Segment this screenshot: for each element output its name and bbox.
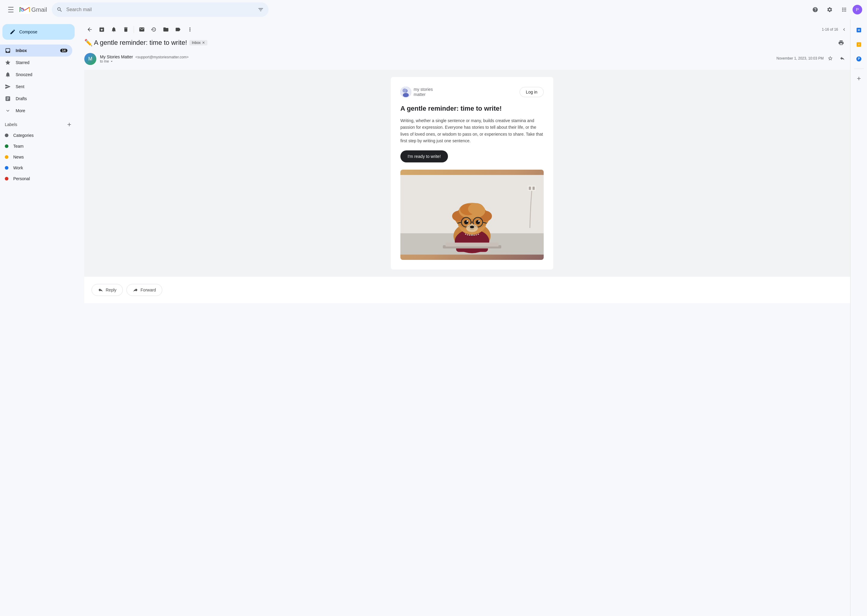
to-me-line[interactable]: to me xyxy=(100,59,189,63)
sidebar-item-snoozed[interactable]: Snoozed xyxy=(0,69,72,81)
move-button[interactable] xyxy=(161,24,171,35)
back-button[interactable] xyxy=(84,24,95,35)
sender-email: <support@mystoriesmatter.com> xyxy=(136,55,189,59)
star-email-button[interactable] xyxy=(825,53,836,64)
reply-label: Reply xyxy=(106,288,117,292)
categories-label: Categories xyxy=(13,133,34,138)
more-label: More xyxy=(16,108,68,113)
svg-point-34 xyxy=(478,220,479,222)
gmail-logo: G Gmail xyxy=(19,5,47,14)
email-body-text: Writing, whether a single sentence or ma… xyxy=(400,117,544,145)
settings-button[interactable] xyxy=(824,4,836,16)
sidebar: Compose Inbox 14 Starred Snoozed Sent Dr… xyxy=(0,19,77,616)
reply-email-button[interactable] xyxy=(837,53,848,64)
svg-rect-0 xyxy=(8,7,14,8)
personal-dot xyxy=(5,177,8,181)
login-button[interactable]: Log in xyxy=(520,87,544,97)
svg-rect-13 xyxy=(533,187,534,190)
cta-button[interactable]: I'm ready to write! xyxy=(400,150,448,162)
search-bar[interactable] xyxy=(52,2,268,17)
sender-avatar: M xyxy=(84,53,96,65)
dog-image xyxy=(400,170,544,260)
drafts-icon xyxy=(5,96,11,102)
forward-button[interactable]: Forward xyxy=(126,284,162,296)
search-input[interactable] xyxy=(66,7,254,13)
svg-text:P: P xyxy=(858,57,860,60)
sidebar-item-starred[interactable]: Starred xyxy=(0,57,72,69)
brand-logo: my stories matter xyxy=(400,86,433,97)
reply-button[interactable]: Reply xyxy=(91,284,123,296)
sender-name-line: My Stories Matter <support@mystoriesmatt… xyxy=(100,55,189,59)
sender-info: M My Stories Matter <support@mystoriesma… xyxy=(84,53,189,65)
snooze2-button[interactable] xyxy=(148,24,159,35)
add-label-icon[interactable] xyxy=(66,121,72,127)
contacts-panel-button[interactable]: P xyxy=(853,53,865,65)
sidebar-item-sent[interactable]: Sent xyxy=(0,81,72,93)
to-me-text: to me xyxy=(100,59,109,63)
delete-button[interactable] xyxy=(120,24,131,35)
svg-point-25 xyxy=(468,203,484,215)
svg-point-7 xyxy=(402,88,407,93)
drafts-label: Drafts xyxy=(16,96,68,101)
svg-text:G: G xyxy=(20,7,24,13)
print-button[interactable] xyxy=(836,37,847,48)
label-item-work[interactable]: Work xyxy=(0,162,72,173)
archive-button[interactable] xyxy=(96,24,107,35)
news-label: News xyxy=(13,155,24,159)
email-date-actions: November 1, 2023, 10:03 PM xyxy=(776,53,860,64)
snooze-button[interactable] xyxy=(109,24,119,35)
email-card: my stories matter Log in A gentle remind… xyxy=(391,77,553,269)
sent-icon xyxy=(5,83,11,90)
search-icon xyxy=(57,6,63,13)
sender-details: My Stories Matter <support@mystoriesmatt… xyxy=(100,55,189,63)
starred-icon xyxy=(5,60,11,66)
sender-name: My Stories Matter xyxy=(100,55,133,59)
label-button[interactable] xyxy=(172,24,183,35)
svg-point-6 xyxy=(403,93,409,97)
remove-inbox-badge[interactable]: ✕ xyxy=(202,41,205,45)
label-item-news[interactable]: News xyxy=(0,152,72,162)
snoozed-label: Snoozed xyxy=(16,72,68,77)
work-dot xyxy=(5,166,8,170)
label-item-categories[interactable]: Categories xyxy=(0,130,72,141)
apps-button[interactable] xyxy=(838,4,850,16)
user-avatar[interactable]: P xyxy=(853,5,862,14)
expand-more-icon xyxy=(5,108,11,114)
sidebar-item-drafts[interactable]: Drafts xyxy=(0,93,72,105)
help-button[interactable] xyxy=(809,4,821,16)
starred-label: Starred xyxy=(16,60,68,65)
sidebar-item-inbox[interactable]: Inbox 14 xyxy=(0,44,72,57)
snoozed-icon xyxy=(5,72,11,78)
personal-label: Personal xyxy=(13,176,30,181)
toolbar-divider-1 xyxy=(134,26,134,33)
filter-icon[interactable] xyxy=(258,6,264,13)
more-options-button[interactable] xyxy=(184,24,195,35)
sidebar-item-more[interactable]: More xyxy=(0,105,72,117)
email-meta: M My Stories Matter <support@mystoriesma… xyxy=(84,53,860,65)
email-body: my stories matter Log in A gentle remind… xyxy=(84,70,860,303)
forward-icon xyxy=(133,287,138,293)
label-item-team[interactable]: Team xyxy=(0,141,72,152)
mark-unread-button[interactable] xyxy=(136,24,147,35)
tasks-panel-button[interactable]: T xyxy=(853,39,865,50)
svg-rect-2 xyxy=(8,12,14,13)
dog-illustration xyxy=(400,170,544,260)
svg-rect-12 xyxy=(529,187,531,190)
gmail-text: Gmail xyxy=(31,6,47,13)
forward-label: Forward xyxy=(140,288,156,292)
team-label: Team xyxy=(13,144,24,149)
compose-button[interactable]: Compose xyxy=(2,24,75,40)
compose-icon xyxy=(9,29,16,35)
email-subject: ✏️ A gentle reminder: time to write! xyxy=(84,39,187,47)
menu-button[interactable] xyxy=(5,4,17,16)
prev-page-button[interactable] xyxy=(839,25,849,34)
email-card-header: my stories matter Log in xyxy=(400,86,544,97)
main-content: 1-16 of 16 ✏️ A gentle reminder: time to… xyxy=(77,19,867,616)
svg-rect-1 xyxy=(8,9,14,10)
team-dot xyxy=(5,145,8,148)
label-item-personal[interactable]: Personal xyxy=(0,173,72,184)
compose-label: Compose xyxy=(19,30,37,34)
add-panel-button[interactable] xyxy=(853,72,865,85)
brand-name: my stories matter xyxy=(414,87,433,97)
meet-panel-button[interactable]: M xyxy=(853,24,865,36)
